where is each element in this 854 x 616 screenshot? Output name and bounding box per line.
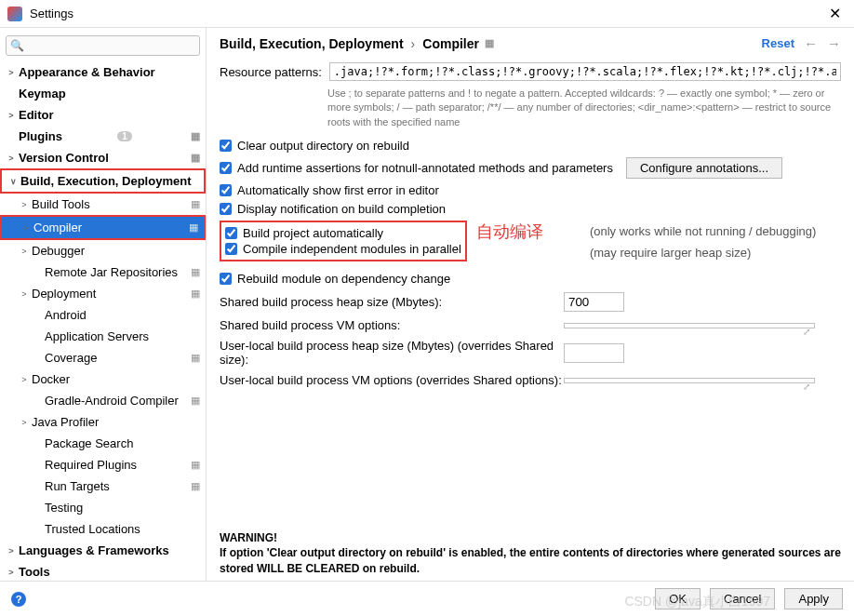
display-notification-label: Display notification on build completion (237, 202, 446, 216)
sidebar-item-languages-frameworks[interactable]: >Languages & Frameworks (0, 540, 206, 561)
forward-arrow-icon[interactable]: → (827, 35, 841, 51)
sidebar-item-java-profiler[interactable]: >Java Profiler (0, 411, 206, 433)
chevron-icon: > (19, 375, 30, 384)
resource-help-text: Use ; to separate patterns and ! to nega… (327, 87, 841, 129)
expand-icon[interactable]: ⤢ (803, 327, 810, 337)
help-icon[interactable]: ? (11, 592, 26, 607)
sidebar-item-editor[interactable]: >Editor (0, 104, 206, 126)
highlighted-box: Build project automatically Compile inde… (220, 221, 467, 261)
compile-parallel-checkbox[interactable] (225, 243, 237, 255)
rebuild-on-change-label: Rebuild module on dependency change (237, 272, 450, 286)
clear-output-label: Clear output directory on rebuild (237, 139, 409, 153)
shared-heap-input[interactable] (564, 292, 624, 312)
footer: ? OK Cancel Apply CSDN @java真小白1997 (0, 581, 854, 616)
configure-annotations-button[interactable]: Configure annotations... (626, 157, 782, 179)
gear-icon: ▦ (191, 459, 200, 471)
sidebar-item-label: Trusted Locations (45, 522, 140, 536)
sidebar-item-label: Required Plugins (45, 458, 137, 472)
chevron-icon: ∨ (7, 177, 19, 186)
chevron-icon: > (6, 568, 17, 577)
reset-link[interactable]: Reset (762, 36, 794, 50)
sidebar-item-required-plugins[interactable]: Required Plugins▦ (0, 454, 206, 475)
sidebar-item-run-targets[interactable]: Run Targets▦ (0, 475, 206, 497)
sidebar-item-label: Compiler (33, 221, 82, 234)
chevron-icon: > (6, 68, 17, 77)
show-first-error-checkbox[interactable] (220, 184, 232, 196)
sidebar-item-build-tools[interactable]: >Build Tools▦ (0, 194, 206, 215)
sidebar-item-package-search[interactable]: Package Search (0, 433, 206, 454)
sidebar-item-application-servers[interactable]: Application Servers (0, 326, 206, 347)
sidebar-item-label: Editor (19, 108, 54, 122)
breadcrumb: Build, Execution, Deployment › Compiler … (220, 35, 841, 51)
sidebar-item-build-execution-deployment[interactable]: ∨Build, Execution, Deployment (0, 168, 206, 194)
sidebar-item-label: Android (45, 308, 87, 322)
user-vm-label: User-local build process VM options (ove… (220, 373, 564, 387)
breadcrumb-parent[interactable]: Build, Execution, Deployment (220, 36, 404, 51)
sidebar-item-coverage[interactable]: Coverage▦ (0, 347, 206, 368)
chevron-icon: > (19, 418, 30, 427)
build-auto-checkbox[interactable] (225, 227, 237, 239)
sidebar-item-remote-jar-repositories[interactable]: Remote Jar Repositories▦ (0, 261, 206, 283)
display-notification-checkbox[interactable] (220, 203, 232, 215)
sidebar-item-label: Package Search (45, 436, 133, 450)
parallel-note: (may require larger heap size) (590, 246, 817, 260)
build-auto-label: Build project automatically (243, 226, 383, 240)
chevron-icon: > (19, 200, 30, 209)
window-title: Settings (30, 7, 823, 20)
sidebar-item-label: Build, Execution, Deployment (20, 174, 191, 188)
gear-icon: ▦ (191, 395, 200, 407)
sidebar-item-gradle-android-compiler[interactable]: Gradle-Android Compiler▦ (0, 390, 206, 411)
user-vm-input[interactable]: ⤢ (564, 378, 815, 383)
user-heap-label: User-local build process heap size (Mbyt… (220, 339, 564, 367)
sidebar-item-label: Gradle-Android Compiler (45, 394, 179, 408)
shared-vm-input[interactable]: ⤢ (564, 323, 815, 328)
sidebar-item-deployment[interactable]: >Deployment▦ (0, 283, 206, 304)
runtime-assertions-checkbox[interactable] (220, 162, 232, 174)
sidebar-item-compiler[interactable]: >Compiler▦ (0, 215, 206, 240)
sidebar-item-debugger[interactable]: >Debugger (0, 240, 206, 261)
sidebar-item-tools[interactable]: >Tools (0, 561, 206, 581)
clear-output-checkbox[interactable] (220, 140, 232, 152)
back-arrow-icon[interactable]: ← (804, 35, 818, 51)
sidebar-item-plugins[interactable]: Plugins1▦ (0, 126, 206, 147)
gear-icon: ▦ (191, 480, 200, 492)
chevron-icon: > (19, 289, 30, 299)
shared-heap-label: Shared build process heap size (Mbytes): (220, 295, 564, 309)
chevron-icon: > (6, 154, 17, 163)
sidebar-item-label: Coverage (45, 351, 97, 365)
gear-icon: ▦ (191, 352, 200, 364)
apply-button[interactable]: Apply (784, 588, 843, 609)
chevron-icon: > (6, 111, 17, 120)
titlebar: Settings ✕ (0, 0, 854, 28)
compile-parallel-label: Compile independent modules in parallel (243, 242, 461, 256)
sidebar-item-android[interactable]: Android (0, 304, 206, 326)
close-button[interactable]: ✕ (823, 5, 847, 22)
badge: 1 (117, 131, 132, 141)
chevron-icon: > (19, 247, 30, 256)
sidebar-item-keymap[interactable]: Keymap (0, 83, 206, 104)
sidebar-item-label: Java Profiler (32, 415, 99, 429)
resource-patterns-label: Resource patterns: (220, 65, 322, 79)
sidebar-item-label: Debugger (32, 244, 85, 258)
gear-icon: ▦ (191, 130, 200, 142)
show-first-error-label: Automatically show first error in editor (237, 183, 439, 197)
rebuild-on-change-checkbox[interactable] (220, 273, 232, 285)
sidebar-item-label: Version Control (19, 151, 109, 165)
watermark: CSDN @java真小白1997 (624, 594, 770, 610)
search-box: 🔍 (6, 35, 200, 56)
warning-text: If option 'Clear output directory on reb… (220, 545, 841, 577)
sidebar-item-docker[interactable]: >Docker (0, 368, 206, 390)
sidebar-item-trusted-locations[interactable]: Trusted Locations (0, 518, 206, 540)
search-input[interactable] (6, 35, 200, 56)
expand-icon[interactable]: ⤢ (803, 382, 810, 392)
sidebar-item-testing[interactable]: Testing (0, 497, 206, 518)
sidebar-item-label: Deployment (32, 287, 96, 301)
warning-block: WARNING! If option 'Clear output directo… (220, 530, 841, 577)
sidebar-item-version-control[interactable]: >Version Control▦ (0, 147, 206, 168)
gear-icon: ▦ (485, 37, 494, 49)
sidebar-item-label: Languages & Frameworks (19, 543, 169, 557)
sidebar-item-appearance-behavior[interactable]: >Appearance & Behavior (0, 61, 206, 83)
resource-patterns-input[interactable] (329, 62, 841, 81)
sidebar-item-label: Run Targets (45, 479, 110, 493)
user-heap-input[interactable] (564, 343, 624, 363)
